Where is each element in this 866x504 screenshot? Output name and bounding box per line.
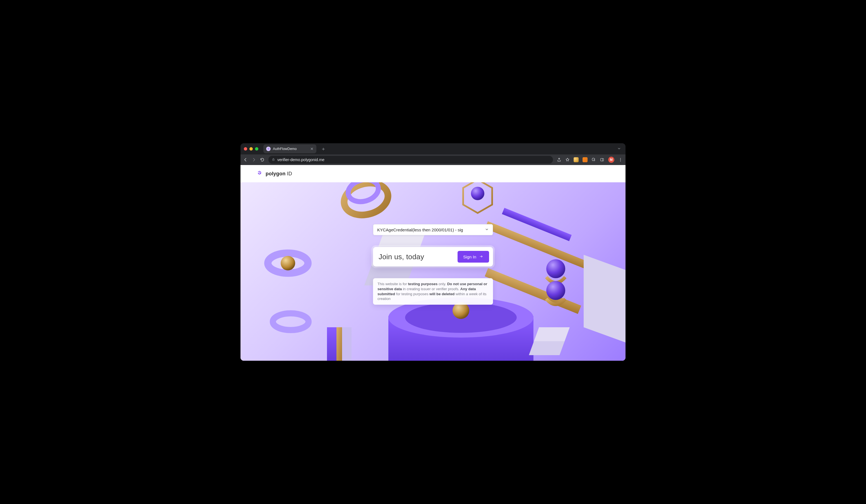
svg-point-0	[268, 149, 269, 149]
svg-point-4	[620, 158, 621, 159]
tab-strip: AuthFlowDemo ✕ ＋	[263, 145, 437, 153]
cta-headline: Join us, today	[379, 253, 424, 261]
close-tab-button[interactable]: ✕	[310, 147, 314, 151]
page-viewport: polygon ID	[241, 165, 625, 361]
svg-point-6	[620, 161, 621, 161]
browser-window: AuthFlowDemo ✕ ＋ verifier-demo.polygonid…	[241, 143, 625, 361]
arrow-right-icon	[479, 254, 484, 259]
disclaimer-notice: This website is for testing purposes onl…	[373, 278, 493, 305]
brand-logo[interactable]: polygon ID	[256, 170, 292, 177]
svg-point-15	[281, 256, 295, 271]
tab-favicon	[266, 147, 271, 151]
svg-rect-31	[534, 327, 570, 341]
new-tab-button[interactable]: ＋	[319, 145, 328, 153]
back-button[interactable]	[243, 158, 248, 162]
tabs-overflow-button[interactable]	[616, 146, 622, 152]
reload-button[interactable]	[260, 158, 265, 162]
kebab-menu-icon[interactable]	[618, 158, 623, 162]
svg-rect-30	[342, 327, 352, 361]
svg-point-26	[546, 259, 565, 278]
svg-point-16	[273, 313, 309, 330]
svg-rect-32	[529, 341, 565, 355]
tab-title: AuthFlowDemo	[273, 147, 308, 151]
brand-name: polygon ID	[266, 171, 292, 177]
titlebar: AuthFlowDemo ✕ ＋	[241, 143, 625, 154]
url-text: verifier-demo.polygonid.me	[277, 158, 324, 162]
svg-point-27	[546, 281, 565, 300]
address-bar[interactable]: verifier-demo.polygonid.me	[268, 156, 553, 164]
cta-card: Join us, today Sign In	[373, 247, 493, 266]
credential-select-value: KYCAgeCredential(less then 2000/01/01) -…	[377, 228, 463, 232]
sign-in-button[interactable]: Sign In	[457, 251, 489, 263]
extension-icon-1[interactable]	[574, 157, 579, 162]
close-window-button[interactable]	[244, 147, 247, 150]
toolbar-right: M	[557, 157, 623, 163]
svg-rect-29	[336, 327, 342, 361]
svg-rect-25	[584, 255, 625, 346]
toolbar: verifier-demo.polygonid.me M	[241, 154, 625, 165]
sign-in-label: Sign In	[463, 254, 476, 259]
site-header: polygon ID	[241, 165, 625, 182]
chevron-down-icon	[485, 228, 489, 232]
bookmark-star-icon[interactable]	[565, 158, 570, 162]
svg-rect-28	[327, 327, 336, 361]
credential-select[interactable]: KYCAgeCredential(less then 2000/01/01) -…	[373, 224, 493, 235]
share-icon[interactable]	[557, 158, 561, 162]
maximize-window-button[interactable]	[255, 147, 258, 150]
browser-tab[interactable]: AuthFlowDemo ✕	[263, 145, 317, 153]
forward-button[interactable]	[252, 158, 256, 162]
window-controls	[244, 147, 258, 150]
hero-section: KYCAgeCredential(less then 2000/01/01) -…	[241, 182, 625, 361]
profile-avatar[interactable]: M	[608, 157, 614, 163]
extensions-puzzle-icon[interactable]	[591, 158, 596, 162]
svg-point-21	[471, 187, 484, 200]
svg-rect-1	[273, 159, 274, 161]
lock-icon	[272, 158, 275, 162]
polygon-logo-icon	[256, 170, 263, 177]
minimize-window-button[interactable]	[249, 147, 253, 150]
svg-point-5	[620, 159, 621, 160]
extension-icon-metamask[interactable]	[582, 157, 588, 162]
svg-rect-2	[601, 158, 604, 161]
sidepanel-icon[interactable]	[600, 158, 604, 162]
